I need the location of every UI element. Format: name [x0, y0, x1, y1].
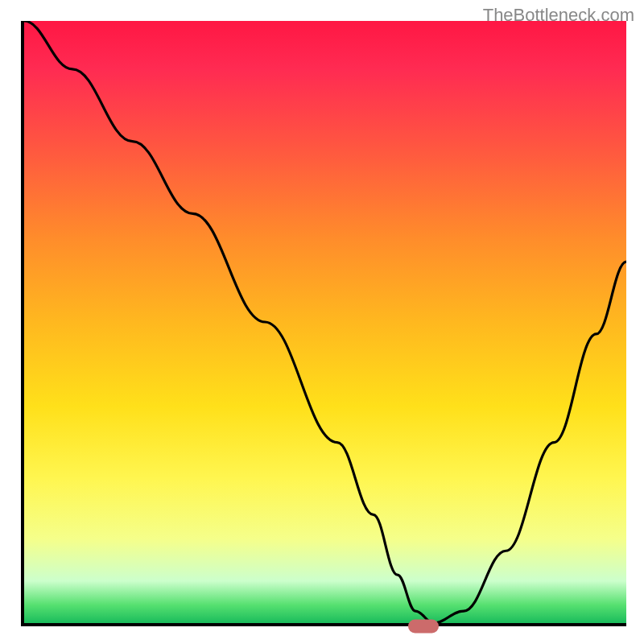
bottleneck-curve [24, 21, 626, 623]
minimum-marker [408, 620, 439, 634]
watermark-text: TheBottleneck.com [483, 5, 634, 26]
chart-plot-area [21, 21, 626, 626]
